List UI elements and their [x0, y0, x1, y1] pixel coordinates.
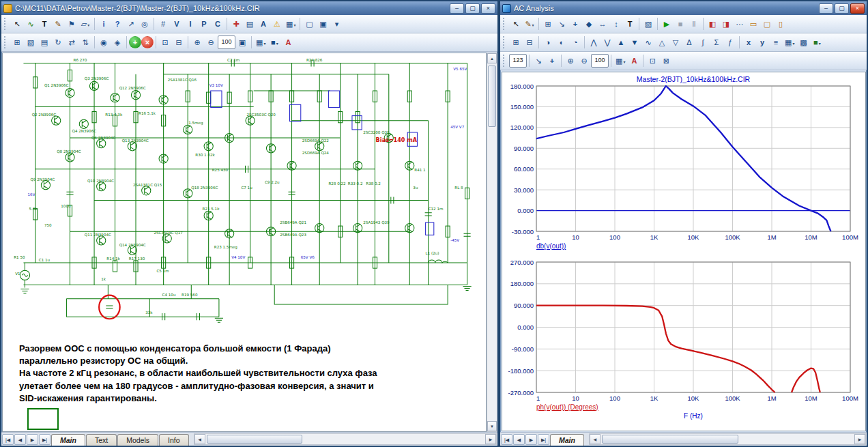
browse-icon[interactable]: ◎ [138, 17, 151, 31]
scale-cursor-icon[interactable]: ↘ [532, 54, 545, 68]
tab-last-button[interactable]: ▶| [538, 434, 549, 445]
zoom-in-icon[interactable]: ⊕ [190, 35, 204, 49]
toolbar-grip[interactable] [503, 36, 506, 48]
peak-icon[interactable]: ⋀ [587, 35, 601, 49]
scroll-track[interactable] [205, 434, 485, 444]
scroll-track[interactable] [487, 63, 497, 421]
find-next-icon[interactable]: ◈ [111, 35, 124, 49]
toolbar-grip[interactable] [4, 36, 7, 48]
zoom-window-icon[interactable]: ⊞ [541, 17, 555, 31]
point-to-point-icon[interactable]: ↗ [124, 17, 138, 31]
grid-text-icon[interactable]: ▤ [243, 17, 257, 31]
outline-icon[interactable]: ▯ [774, 17, 787, 31]
zoom-out-icon[interactable]: ⊖ [204, 35, 218, 49]
vertical-tag-icon[interactable]: ↕ [609, 17, 623, 31]
tab-main[interactable]: Main [550, 434, 584, 446]
draw-icon[interactable]: ✎ [51, 17, 65, 31]
waveform-label[interactable]: ph(v(out)) (Degrees) [536, 403, 598, 411]
horizontal-tag-icon[interactable]: ↔ [596, 17, 609, 31]
high-icon[interactable]: ▲ [614, 35, 628, 49]
wire-mode-icon[interactable]: ∿ [24, 17, 38, 31]
stop-icon[interactable]: ■ [674, 17, 687, 31]
previous-branch-icon[interactable]: ◐ [555, 35, 568, 49]
schematic-horizontal-scrollbar[interactable]: ◀ ▶ [194, 433, 497, 445]
select-region-icon[interactable]: ▧ [24, 35, 38, 49]
integral-icon[interactable]: ∫ [696, 35, 710, 49]
scroll-left-button[interactable]: ◀ [194, 434, 205, 444]
pause-icon[interactable]: ‖ [687, 17, 701, 31]
accumulate-icon[interactable]: ◨ [719, 17, 733, 31]
slope-icon[interactable]: Δ [682, 35, 696, 49]
zoom-out-icon[interactable]: ⊖ [577, 54, 591, 68]
select-icon[interactable]: ↖ [509, 17, 523, 31]
minimize-button[interactable]: – [450, 3, 464, 14]
currents-icon[interactable]: I [184, 17, 197, 31]
page-stack-icon[interactable]: ▣ [316, 17, 330, 31]
scroll-down-button[interactable]: ▼ [487, 421, 497, 431]
attribute-text-icon[interactable]: A [257, 17, 270, 31]
grid-icon[interactable]: ▦▾ [284, 17, 298, 31]
analysis-horizontal-scrollbar[interactable]: ◀ ▶ [589, 433, 866, 445]
remove-plot-icon[interactable]: ⊟ [523, 35, 536, 49]
tab-next-button[interactable]: ▶ [525, 434, 537, 445]
add-plot-icon[interactable]: ⊞ [509, 35, 523, 49]
numeric-output-icon[interactable]: 123 [509, 54, 527, 68]
rotate-icon[interactable]: ↻ [51, 35, 65, 49]
cursor-mode-icon[interactable]: + [568, 17, 582, 31]
tab-last-button[interactable]: ▶| [39, 434, 50, 445]
tab-next-button[interactable]: ▶ [27, 434, 38, 445]
global-low-icon[interactable]: ▽ [669, 35, 682, 49]
pin-connections-icon[interactable]: ✚ [229, 17, 243, 31]
autoscale-icon[interactable]: ◔ [568, 35, 582, 49]
node-numbers-icon[interactable]: # [156, 17, 170, 31]
go-to-y-icon[interactable]: y [755, 35, 769, 49]
pages-icon[interactable]: ▢ [760, 17, 774, 31]
maximize-button[interactable]: ▢ [465, 3, 480, 14]
tab-prev-button[interactable]: ◀ [513, 434, 525, 445]
phase-plot[interactable]: 270.000180.00090.0000.000-90.000-180.000… [504, 258, 861, 428]
cursor-icon[interactable]: + [545, 54, 559, 68]
toolbar-grip[interactable] [503, 55, 506, 67]
help-mode-icon[interactable]: ? [111, 17, 124, 31]
find-icon[interactable]: ◉ [97, 35, 111, 49]
sum-icon[interactable]: Σ [710, 35, 723, 49]
minimize-button[interactable]: – [819, 3, 833, 14]
global-high-icon[interactable]: △ [655, 35, 669, 49]
token-icon[interactable]: ▭ [747, 17, 760, 31]
maximize-button[interactable]: ▢ [835, 3, 849, 14]
warning-icon[interactable]: ⚠ [270, 17, 284, 31]
copy-icon[interactable]: ⊡ [158, 35, 172, 49]
font-icon[interactable]: A [281, 35, 295, 49]
plot-area[interactable]: 180.000150.000120.00090.00060.00030.0000… [502, 72, 866, 431]
zoom-level[interactable]: 100 [591, 54, 609, 68]
page-icon[interactable]: ▤ [38, 35, 51, 49]
analysis-titlebar[interactable]: AC Analysis – ▢ × [500, 1, 867, 15]
schematic-titlebar[interactable]: C:\MC11\DATA\Petrov\Master-2(BJT)\Master… [1, 1, 497, 15]
properties-icon[interactable]: ▧ [641, 17, 655, 31]
scroll-thumb[interactable] [207, 435, 302, 444]
align-cursors-icon[interactable]: ≡ [769, 35, 783, 49]
paste-icon[interactable]: ⊟ [172, 35, 186, 49]
text-mode-icon[interactable]: T [38, 17, 51, 31]
toolbar-grip[interactable] [4, 18, 7, 30]
scroll-right-button[interactable]: ▶ [485, 434, 496, 444]
function-icon[interactable]: ƒ [723, 35, 737, 49]
close-button[interactable]: × [850, 3, 865, 14]
node-voltages-icon[interactable]: V [170, 17, 184, 31]
text-icon[interactable]: T [623, 17, 637, 31]
component-icon[interactable]: ▱▾ [78, 17, 92, 31]
scroll-right-button[interactable]: ▶ [854, 434, 865, 444]
snapshot-icon[interactable]: ▣ [235, 35, 249, 49]
toolbar-grip[interactable] [503, 18, 506, 30]
waveform-label[interactable]: db(v(out)) [536, 242, 566, 250]
tab-main[interactable]: Main [51, 434, 85, 446]
tab-first-button[interactable]: |◀ [501, 434, 512, 445]
scale-mode-icon[interactable]: ↘ [555, 17, 568, 31]
color-icon[interactable]: ■▾ [267, 35, 281, 49]
zoom-level[interactable]: 100 [218, 35, 235, 49]
font-icon[interactable]: A [627, 54, 641, 68]
tab-models[interactable]: Models [117, 434, 158, 446]
inflection-icon[interactable]: ∿ [641, 35, 655, 49]
select-icon[interactable]: ↖ [10, 17, 24, 31]
scroll-thumb[interactable] [602, 435, 738, 444]
